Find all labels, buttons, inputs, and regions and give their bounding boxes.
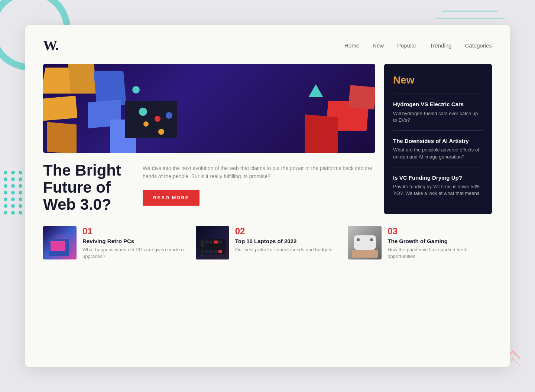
key [205, 250, 209, 253]
nav-new[interactable]: New [373, 42, 384, 49]
key [214, 250, 218, 253]
sidebar-article-2-desc: What are the possible adverse effects of… [393, 147, 483, 160]
key-red [218, 250, 222, 253]
main-card: W. Home New Popular Trending Categories [25, 25, 510, 367]
block-orange-2 [68, 64, 97, 94]
cylinder-teal [139, 108, 147, 116]
sidebar-article-1-title: Hydrogen VS Electric Cars [393, 101, 483, 108]
controller-hand [352, 250, 378, 258]
hero-image [43, 64, 375, 153]
block-dark-center [125, 101, 177, 138]
bottom-article-1-title: Reviving Retro PCs [82, 238, 187, 244]
block-orange-3 [43, 96, 77, 121]
bottom-article-2-title: Top 10 Laptops of 2022 [235, 238, 340, 244]
sidebar-article-3-desc: Private funding by VC firms is down 50% … [393, 183, 483, 197]
sidebar-article-3[interactable]: Is VC Funding Drying Up? Private funding… [393, 167, 483, 204]
sidebar-article-2[interactable]: The Downsides of AI Artistry What are th… [393, 130, 483, 167]
hero-illustration [43, 64, 375, 153]
gaming-illustration [348, 226, 382, 259]
sidebar-article-3-title: Is VC Funding Drying Up? [393, 174, 483, 182]
main-nav: Home New Popular Trending Categories [344, 42, 492, 49]
hero-description: We dive into the next evolution of the w… [143, 164, 375, 181]
key-red [214, 241, 218, 244]
sidebar: New Hydrogen VS Electric Cars Will hydro… [384, 64, 492, 214]
bottom-article-3-image [348, 226, 382, 259]
bottom-article-2-desc: Our best picks for various needs and bud… [235, 246, 340, 253]
hero-section: The Bright Future of Web 3.0? We dive in… [43, 64, 375, 213]
bottom-article-1-number: 01 [82, 226, 187, 236]
nav-popular[interactable]: Popular [397, 42, 416, 49]
controller-btn-2 [370, 238, 373, 241]
bottom-article-1[interactable]: 01 Reviving Retro PCs What happens when … [43, 226, 187, 260]
key [201, 241, 204, 244]
content-area: The Bright Future of Web 3.0? We dive in… [43, 64, 492, 214]
block-orange-4 [47, 122, 77, 153]
key [218, 241, 222, 244]
site-logo[interactable]: W. [43, 37, 58, 53]
bottom-article-2-number: 02 [235, 226, 340, 236]
bottom-article-2-image [196, 226, 229, 259]
sidebar-section-label: New [393, 74, 483, 86]
bottom-article-3-title: The Growth of Gaming [388, 238, 492, 244]
controller-body [354, 235, 376, 250]
bottom-article-3-desc: How the pandemic has sparked fresh oppor… [388, 246, 492, 260]
retro-body [49, 239, 69, 256]
retro-screen [51, 241, 65, 251]
bottom-article-2[interactable]: 02 Top 10 Laptops of 2022 Our best picks… [196, 226, 340, 260]
sidebar-article-2-title: The Downsides of AI Artistry [393, 137, 483, 145]
bottom-article-1-content: 01 Reviving Retro PCs What happens when … [82, 226, 187, 260]
hero-desc-area: We dive into the next evolution of the w… [143, 162, 375, 206]
nav-trending[interactable]: Trending [430, 42, 452, 49]
bottom-article-3-content: 03 The Growth of Gaming How the pandemic… [388, 226, 492, 260]
key [201, 250, 204, 253]
block-red-2 [305, 114, 338, 153]
laptop-keyboard [200, 239, 226, 254]
triangle-teal [308, 84, 323, 97]
cylinder-red [155, 116, 160, 122]
header: W. Home New Popular Trending Categories [43, 37, 492, 53]
bottom-article-3-number: 03 [388, 226, 492, 236]
bottom-article-2-content: 02 Top 10 Laptops of 2022 Our best picks… [235, 226, 340, 253]
nav-categories[interactable]: Categories [465, 42, 492, 49]
block-red-3 [348, 85, 375, 110]
sidebar-article-1[interactable]: Hydrogen VS Electric Cars Will hydrogen-… [393, 94, 483, 130]
cylinder-blue [166, 112, 172, 119]
cylinder-orange-2 [158, 129, 164, 135]
key-row-2 [200, 249, 226, 258]
hero-text-area: The Bright Future of Web 3.0? We dive in… [43, 162, 375, 213]
sidebar-article-1-desc: Will hydrogen-fueled cars ever catch up … [393, 110, 483, 124]
laptop-illustration [196, 226, 229, 259]
key [201, 254, 204, 257]
bottom-article-3[interactable]: 03 The Growth of Gaming How the pandemic… [348, 226, 492, 260]
cylinder-teal-2 [132, 86, 140, 94]
controller-btn-1 [357, 238, 360, 241]
read-more-button[interactable]: READ MORE [143, 190, 200, 206]
block-blue-1 [94, 71, 126, 105]
key-row-1 [200, 239, 226, 249]
nav-home[interactable]: Home [344, 42, 359, 49]
bottom-articles: 01 Reviving Retro PCs What happens when … [43, 226, 492, 260]
key [201, 244, 204, 247]
bottom-article-1-desc: What happens when old PCs are given mode… [82, 246, 187, 260]
retro-pc-illustration [43, 226, 77, 259]
key [205, 241, 209, 244]
bottom-article-1-image [43, 226, 77, 259]
cylinder-orange [143, 121, 149, 127]
key [210, 241, 213, 244]
hero-title: The Bright Future of Web 3.0? [43, 162, 132, 213]
key [210, 250, 213, 253]
